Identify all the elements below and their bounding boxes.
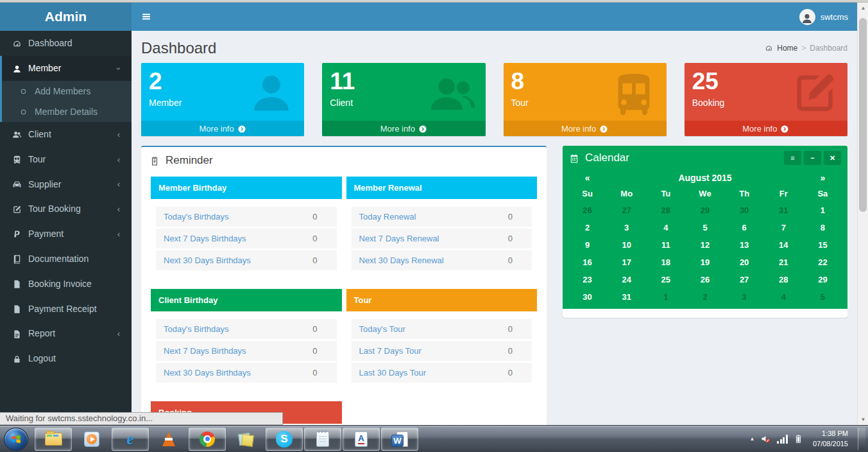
calendar-day-29-outside[interactable]: 29 <box>685 202 724 219</box>
calendar-day-3-outside[interactable]: 3 <box>725 288 764 306</box>
reminder-row-link[interactable]: Next 7 Days Birthdays <box>164 346 246 356</box>
calendar-day-19[interactable]: 19 <box>685 254 724 271</box>
sidebar-item-documentation[interactable]: Documentation <box>0 247 132 272</box>
calendar-day-31-outside[interactable]: 31 <box>764 202 803 219</box>
calendar-day-5-outside[interactable]: 5 <box>803 288 842 306</box>
calendar-day-6[interactable]: 6 <box>725 219 764 236</box>
calendar-day-31[interactable]: 31 <box>607 288 646 306</box>
more-info-link-client[interactable]: More info <box>322 121 485 136</box>
calendar-day-3[interactable]: 3 <box>607 219 646 236</box>
calendar-prev-button[interactable]: « <box>568 173 607 183</box>
sidebar-subitem-member-details[interactable]: Member Details <box>2 101 132 122</box>
sidebar-item-client[interactable]: Client <box>0 122 132 147</box>
calendar-day-20[interactable]: 20 <box>725 254 764 271</box>
start-button[interactable] <box>4 428 28 451</box>
taskbar-app-vlc[interactable] <box>150 428 187 451</box>
taskbar-app-skype[interactable]: S <box>266 428 303 451</box>
calendar-day-27-outside[interactable]: 27 <box>607 202 646 219</box>
taskbar-app-windows-explorer[interactable] <box>35 428 72 451</box>
calendar-day-26-outside[interactable]: 26 <box>568 202 607 219</box>
calendar-day-17[interactable]: 17 <box>607 254 646 271</box>
taskbar-app-word[interactable]: W <box>381 428 418 451</box>
calendar-day-22[interactable]: 22 <box>803 254 842 271</box>
calendar-day-2-outside[interactable]: 2 <box>685 288 724 306</box>
reminder-row-link[interactable]: Next 30 Days Birthdays <box>164 368 251 378</box>
sidebar-subitem-add-members[interactable]: Add Members <box>2 81 132 101</box>
hidden-icons-arrow[interactable]: ▲ <box>750 436 755 442</box>
calendar-close-button[interactable]: ✕ <box>824 151 841 165</box>
reminder-row-link[interactable]: Next 7 Days Renewal <box>359 234 439 243</box>
calendar-day-14[interactable]: 14 <box>764 236 803 254</box>
more-info-link-tour[interactable]: More info <box>504 121 667 136</box>
calendar-day-9[interactable]: 9 <box>568 236 607 254</box>
scrollbar-down-arrow[interactable]: ▼ <box>858 414 868 425</box>
calendar-day-24[interactable]: 24 <box>607 271 646 288</box>
calendar-day-5[interactable]: 5 <box>685 219 724 236</box>
sidebar-item-booking-invoice[interactable]: Booking Invoice <box>0 271 132 296</box>
user-menu[interactable]: swtcms <box>790 3 857 31</box>
reminder-row-link[interactable]: Next 7 Days Birthdays <box>164 234 246 243</box>
calendar-day-21[interactable]: 21 <box>764 254 803 271</box>
reminder-row-link[interactable]: Today's Birthdays <box>164 212 228 222</box>
sidebar-item-tour-booking[interactable]: Tour Booking <box>0 196 132 222</box>
calendar-day-11[interactable]: 11 <box>646 236 685 254</box>
sidebar-item-logout[interactable]: Logout <box>0 346 132 371</box>
calendar-day-15[interactable]: 15 <box>803 236 842 254</box>
calendar-day-1-outside[interactable]: 1 <box>646 288 685 306</box>
scrollbar-up-arrow[interactable]: ▲ <box>858 3 868 13</box>
sidebar-item-payment-receipt[interactable]: Payment Receipt <box>0 296 132 321</box>
calendar-day-25[interactable]: 25 <box>646 271 685 288</box>
calendar-day-13[interactable]: 13 <box>725 236 764 254</box>
sidebar-item-payment[interactable]: Payment <box>0 222 132 247</box>
scrollbar-thumb[interactable] <box>859 18 867 212</box>
calendar-day-26[interactable]: 26 <box>685 271 724 288</box>
calendar-next-button[interactable]: » <box>803 173 842 183</box>
sidebar-toggle-button[interactable] <box>132 3 161 31</box>
calendar-day-29[interactable]: 29 <box>803 271 842 288</box>
calendar-day-28-outside[interactable]: 28 <box>646 202 685 219</box>
show-desktop-button[interactable] <box>858 428 865 450</box>
reminder-row-link[interactable]: Last 30 Days Tour <box>359 368 427 378</box>
calendar-minimize-button[interactable]: − <box>804 151 821 165</box>
breadcrumb-home-link[interactable]: Home <box>777 44 797 53</box>
taskbar-app-chrome[interactable] <box>189 428 226 451</box>
volume-muted-icon[interactable] <box>760 433 771 444</box>
calendar-day-16[interactable]: 16 <box>568 254 607 271</box>
sidebar-item-supplier[interactable]: Supplier <box>0 171 132 196</box>
calendar-day-4-outside[interactable]: 4 <box>764 288 803 306</box>
reminder-row-link[interactable]: Next 30 Days Birthdays <box>164 256 251 265</box>
reminder-row-link[interactable]: Next 30 Days Renewal <box>359 256 444 265</box>
taskbar-app-sticky-notes[interactable] <box>227 428 264 451</box>
calendar-day-28[interactable]: 28 <box>764 271 803 288</box>
taskbar-clock[interactable]: 1:38 PM 07/08/2015 <box>809 429 852 449</box>
reminder-row-link[interactable]: Today's Birthdays <box>164 324 228 334</box>
calendar-day-30-outside[interactable]: 30 <box>725 202 764 219</box>
calendar-day-27[interactable]: 27 <box>725 271 764 288</box>
calendar-day-10[interactable]: 10 <box>607 236 646 254</box>
calendar-day-1[interactable]: 1 <box>803 202 842 219</box>
calendar-day-12[interactable]: 12 <box>685 236 724 254</box>
sidebar-item-member[interactable]: Member <box>2 56 132 81</box>
calendar-day-23[interactable]: 23 <box>568 271 607 288</box>
reminder-row-link[interactable]: Today Renewal <box>359 212 416 222</box>
taskbar-app-notepad[interactable] <box>304 428 341 451</box>
reminder-row-link[interactable]: Last 7 Days Tour <box>359 346 421 356</box>
reminder-row-link[interactable]: Today's Tour <box>359 324 405 334</box>
page-scrollbar[interactable]: ▲ ▼ <box>857 3 868 425</box>
brand-logo[interactable]: Admin <box>0 3 132 31</box>
calendar-day-8[interactable]: 8 <box>803 219 842 236</box>
more-info-link-member[interactable]: More info <box>141 121 304 136</box>
calendar-day-7[interactable]: 7 <box>764 219 803 236</box>
network-signal-icon[interactable] <box>777 434 788 444</box>
taskbar-app-internet-explorer[interactable]: e <box>112 428 149 451</box>
taskbar-app-windows-media-player[interactable] <box>73 428 110 451</box>
calendar-menu-button[interactable]: ≡ <box>784 151 801 165</box>
calendar-day-18[interactable]: 18 <box>646 254 685 271</box>
more-info-link-booking[interactable]: More info <box>685 121 847 136</box>
calendar-day-4[interactable]: 4 <box>646 219 685 236</box>
sidebar-item-report[interactable]: Report <box>0 321 132 346</box>
sidebar-item-tour[interactable]: Tour <box>0 146 132 171</box>
battery-icon[interactable] <box>794 433 803 444</box>
sidebar-item-dashboard[interactable]: Dashboard <box>0 31 132 56</box>
taskbar-app-wordpad[interactable]: A <box>343 428 380 451</box>
